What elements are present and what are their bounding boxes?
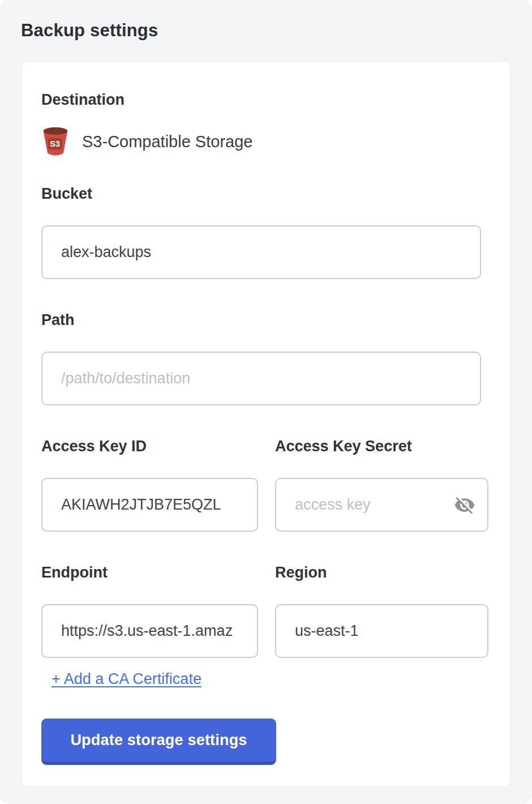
bucket-input[interactable] <box>41 225 481 279</box>
access-key-secret-wrap <box>275 478 488 532</box>
add-ca-certificate-link[interactable]: + Add a CA Certificate <box>52 670 201 688</box>
region-input[interactable] <box>275 604 488 658</box>
destination-label: Destination <box>41 91 490 109</box>
endpoint-input[interactable] <box>41 604 258 658</box>
toggle-secret-visibility-button[interactable] <box>453 494 476 516</box>
region-label: Region <box>275 563 488 581</box>
destination-value: S3-Compatible Storage <box>82 132 252 151</box>
access-key-secret-label: Access Key Secret <box>275 437 488 455</box>
backup-settings-card: Destination S3 S3-Compatible Storage Buc… <box>22 61 510 787</box>
path-input[interactable] <box>41 352 481 405</box>
bucket-label: Bucket <box>41 185 490 203</box>
s3-bucket-icon: S3 <box>41 127 70 157</box>
endpoint-region-row: Endpoint Region <box>41 563 490 658</box>
endpoint-label: Endpoint <box>41 563 258 581</box>
destination-row: S3 S3-Compatible Storage <box>41 126 490 157</box>
svg-text:S3: S3 <box>50 139 60 148</box>
eye-off-icon <box>454 494 475 516</box>
access-key-id-input[interactable] <box>41 478 258 532</box>
backup-settings-page: Backup settings Destination S3 S3-Compat… <box>0 0 532 804</box>
access-key-id-label: Access Key ID <box>41 437 258 455</box>
path-label: Path <box>41 311 490 329</box>
update-storage-settings-button[interactable]: Update storage settings <box>41 719 276 765</box>
access-key-row: Access Key ID Access Key Secret <box>41 437 490 532</box>
page-title: Backup settings <box>0 0 532 41</box>
